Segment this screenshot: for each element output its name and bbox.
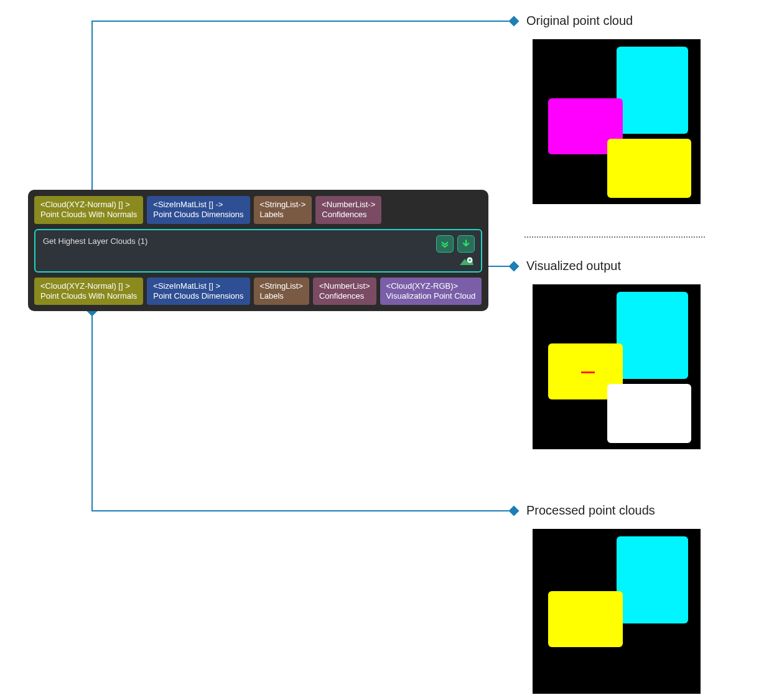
output-port-confidences[interactable]: <NumberList> Confidences [313, 278, 376, 306]
annotation-processed: Processed point clouds [526, 503, 655, 518]
port-type: <NumberList> [319, 281, 370, 291]
port-label: Labels [260, 210, 306, 220]
port-type: <SizeInMatList [] -> [153, 200, 243, 210]
annotation-original: Original point cloud [526, 14, 633, 28]
output-port-clouds-normals[interactable]: <Cloud(XYZ-Normal) [] > Point Clouds Wit… [34, 278, 143, 306]
diamond-marker [509, 506, 520, 516]
port-label: Point Clouds With Normals [40, 291, 137, 301]
input-port-labels[interactable]: <StringList-> Labels [254, 196, 312, 224]
output-port-visualization[interactable]: <Cloud(XYZ-RGB)> Visualization Point Clo… [380, 278, 482, 306]
port-label: Point Clouds Dimensions [153, 210, 243, 220]
eye-icon [459, 256, 475, 268]
port-label: Point Clouds Dimensions [153, 291, 243, 301]
run-icon[interactable] [457, 235, 475, 253]
node-icon-group [436, 235, 475, 253]
node-title: Get Highest Layer Clouds (1) [43, 236, 473, 246]
collapse-icon[interactable] [436, 235, 454, 253]
processed-point-clouds-image [533, 529, 701, 694]
output-port-row: <Cloud(XYZ-Normal) [] > Point Clouds Wit… [34, 278, 482, 306]
annotation-visualized: Visualized output [526, 259, 621, 273]
input-port-row: <Cloud(XYZ-Normal) [] > Point Clouds Wit… [34, 196, 482, 224]
visualized-output-image [533, 284, 701, 449]
port-type: <Cloud(XYZ-Normal) [] > [40, 281, 137, 291]
visualize-toggle[interactable] [459, 256, 475, 268]
output-port-labels[interactable]: <StringList> Labels [254, 278, 309, 306]
port-type: <Cloud(XYZ-Normal) [] > [40, 200, 137, 210]
port-label: Confidences [322, 210, 375, 220]
input-port-dimensions[interactable]: <SizeInMatList [] -> Point Clouds Dimens… [147, 196, 249, 224]
diamond-marker [509, 261, 520, 272]
original-point-cloud-image [533, 39, 701, 204]
port-label: Visualization Point Cloud [386, 291, 476, 301]
input-port-confidences[interactable]: <NumberList-> Confidences [315, 196, 381, 224]
input-port-clouds-normals[interactable]: <Cloud(XYZ-Normal) [] > Point Clouds Wit… [34, 196, 143, 224]
output-port-dimensions[interactable]: <SizeInMatList [] > Point Clouds Dimensi… [147, 278, 249, 306]
port-type: <SizeInMatList [] > [153, 281, 243, 291]
port-label: Point Clouds With Normals [40, 210, 137, 220]
svg-point-1 [468, 259, 471, 261]
port-type: <StringList> [260, 281, 303, 291]
port-label: Confidences [319, 291, 370, 301]
node-panel: <Cloud(XYZ-Normal) [] > Point Clouds Wit… [28, 190, 488, 311]
port-type: <Cloud(XYZ-RGB)> [386, 281, 476, 291]
diamond-marker [509, 16, 520, 27]
port-label: Labels [260, 291, 303, 301]
node-body[interactable]: Get Highest Layer Clouds (1) [34, 229, 482, 273]
port-type: <NumberList-> [322, 200, 375, 210]
separator-line [524, 236, 705, 238]
port-type: <StringList-> [260, 200, 306, 210]
